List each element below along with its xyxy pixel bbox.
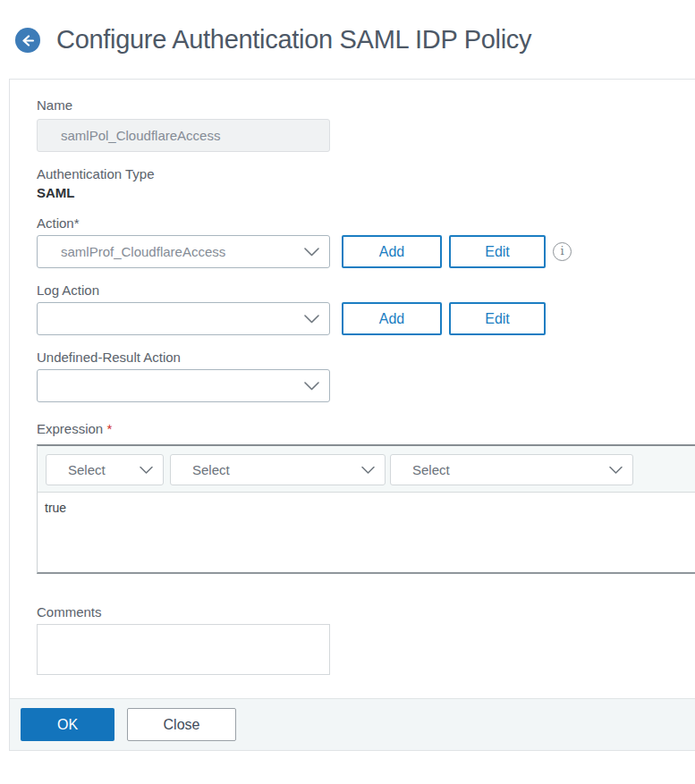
undefined-result-action-select[interactable] [37, 369, 330, 402]
auth-type-label: Authentication Type [37, 166, 154, 181]
action-label: Action* [37, 215, 80, 231]
chevron-down-icon [140, 466, 153, 474]
comments-input[interactable] [37, 624, 330, 675]
expression-input[interactable]: true [37, 492, 695, 574]
action-select[interactable]: samlProf_CloudflareAccess [37, 235, 330, 268]
log-action-select[interactable] [37, 302, 330, 335]
expression-label: Expression * [37, 421, 112, 436]
page-title: Configure Authentication SAML IDP Policy [56, 25, 531, 55]
auth-type-value: SAML [37, 185, 75, 200]
log-action-add-button[interactable]: Add [342, 302, 442, 335]
required-marker: * [106, 421, 112, 436]
chevron-down-icon [304, 315, 319, 324]
chevron-down-icon [304, 248, 319, 257]
close-button[interactable]: Close [127, 708, 236, 741]
action-edit-button[interactable]: Edit [449, 235, 546, 268]
chevron-down-icon [304, 382, 319, 391]
comments-label: Comments [37, 604, 102, 620]
form-panel: Name samlPol_CloudflareAccess Authentica… [9, 79, 695, 751]
chevron-down-icon [361, 466, 375, 474]
action-add-button[interactable]: Add [342, 235, 442, 268]
expression-select-3[interactable]: Select [390, 454, 633, 485]
back-button[interactable] [15, 28, 40, 53]
chevron-down-icon [609, 466, 623, 474]
name-value: samlPol_CloudflareAccess [61, 128, 220, 143]
log-action-edit-button[interactable]: Edit [449, 302, 546, 335]
name-input: samlPol_CloudflareAccess [37, 119, 330, 152]
action-select-value: samlProf_CloudflareAccess [61, 244, 225, 259]
ok-button[interactable]: OK [21, 708, 114, 741]
form-footer: OK Close [10, 698, 695, 751]
expression-toolbar: Select Select Select [37, 444, 695, 492]
log-action-label: Log Action [37, 282, 99, 298]
name-label: Name [37, 97, 72, 113]
expression-select-2[interactable]: Select [170, 454, 386, 485]
info-icon[interactable]: i [553, 242, 572, 261]
expression-editor: Select Select Select true [37, 444, 695, 574]
expression-select-1[interactable]: Select [46, 454, 164, 485]
arrow-left-icon [21, 35, 35, 46]
undefined-result-action-label: Undefined-Result Action [37, 350, 181, 365]
